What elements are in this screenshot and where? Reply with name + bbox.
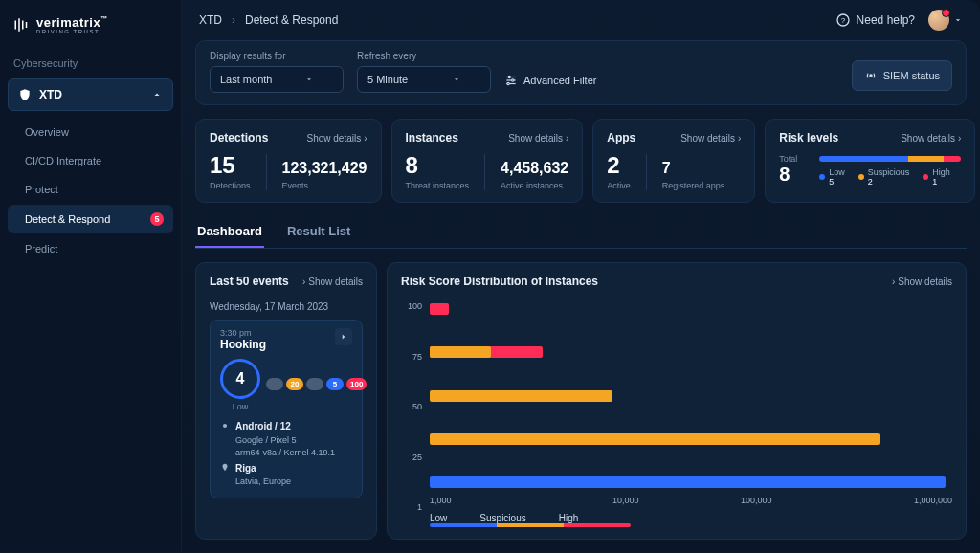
broadcast-icon [864, 69, 878, 82]
nav-sub-detect-respond[interactable]: Detect & Respond 5 [8, 205, 173, 233]
event-city: Riga [235, 462, 291, 476]
risk-total: 8 [779, 165, 808, 184]
apps-title: Apps [607, 131, 635, 144]
chart-legend-low: Low [430, 513, 447, 523]
breadcrumb-root[interactable]: XTD [199, 13, 222, 27]
svg-point-13 [223, 424, 227, 428]
main: XTD › Detect & Respond ? Need help? Disp… [182, 0, 980, 553]
nav-sub-cicd[interactable]: CI/CD Intergrate [8, 147, 173, 174]
event-name: Hooking [220, 338, 266, 351]
refresh-every-select[interactable]: 5 Minute [357, 66, 491, 93]
brand-tagline: DRIVING TRUST [36, 29, 108, 34]
nav-item-xtd-label: XTD [39, 88, 62, 101]
chevron-down-icon [452, 75, 461, 84]
detections-card: Detections Show details › 15 Detections … [195, 119, 382, 203]
location-icon [220, 463, 230, 473]
svg-point-9 [508, 76, 510, 77]
nav-sub-label: Protect [25, 184, 58, 195]
logo-mark-icon [13, 16, 31, 33]
events-title: Last 50 events [210, 275, 289, 288]
nav-sub-label: Detect & Respond [25, 213, 110, 225]
refresh-every-label: Refresh every [357, 51, 491, 61]
detections-events: 123,321,429 [282, 160, 368, 177]
risk-levels-card: Risk levels Show details › Total 8 [765, 119, 975, 203]
event-platform: Android / 12 [235, 420, 335, 434]
nav-badge: 5 [150, 212, 164, 226]
advanced-filter-label: Advanced Filter [523, 75, 596, 86]
sliders-icon [504, 74, 518, 87]
tabs: Dashboard Result List [195, 216, 967, 249]
chart-bar-row [430, 301, 952, 317]
event-expand-button[interactable] [335, 328, 352, 345]
chevron-down-icon [953, 15, 963, 25]
shield-icon [18, 88, 32, 101]
display-results-label: Display results for [210, 51, 344, 61]
chart-area: 1 25 50 75 100 1,000 10,000 100,000 [401, 301, 952, 527]
chevron-right-icon [339, 332, 348, 342]
nav-sub-predict[interactable]: Predict [8, 235, 173, 262]
metrics-row: Detections Show details › 15 Detections … [195, 119, 967, 203]
nav-sub-protect[interactable]: Protect [8, 176, 173, 203]
risk-legend-sus: Suspicious2 [858, 167, 910, 187]
chart-bar-row [430, 388, 952, 404]
svg-point-10 [512, 79, 514, 81]
risk-total-label: Total [779, 154, 808, 164]
filter-bar: Display results for Last month Refresh e… [195, 40, 967, 105]
brand-tm: ™ [100, 15, 108, 22]
detections-events-label: Events [282, 181, 368, 190]
event-country: Latvia, Europe [235, 476, 291, 488]
apps-registered: 7 [662, 160, 725, 177]
nav-sub-label: Predict [25, 243, 57, 254]
instances-show-details[interactable]: Show details › [508, 133, 568, 144]
help-link[interactable]: ? Need help? [835, 12, 915, 28]
instances-title: Instances [406, 131, 458, 144]
events-card: Last 50 events › Show details Wednesday,… [195, 262, 377, 540]
tab-result-list[interactable]: Result List [285, 216, 352, 248]
chart-show-details[interactable]: › Show details [892, 276, 952, 287]
chart-bar-row [430, 344, 952, 360]
detections-count-label: Detections [210, 181, 251, 190]
chart-legend-high: High [559, 513, 579, 523]
event-score-ring: 4 [220, 359, 260, 399]
chart-x-axis: 1,000 10,000 100,000 1,000,000 [430, 492, 952, 505]
display-results-select[interactable]: Last month [210, 66, 344, 93]
chart-legend-sus: Suspicious [479, 513, 525, 523]
chevron-up-icon [151, 89, 163, 100]
detections-title: Detections [210, 131, 268, 144]
chart-bar-row [430, 431, 952, 447]
breadcrumb: XTD › Detect & Respond [199, 13, 338, 27]
chart-bars [430, 301, 952, 492]
display-results-value: Last month [220, 74, 272, 85]
instances-active-label: Active instances [501, 181, 568, 190]
advanced-filter-button[interactable]: Advanced Filter [504, 74, 596, 87]
nav-item-xtd[interactable]: XTD [8, 78, 173, 111]
risk-distribution-card: Risk Score Distribution of Instances › S… [387, 262, 967, 540]
nav-sub-label: Overview [25, 126, 69, 138]
tab-dashboard[interactable]: Dashboard [195, 216, 264, 248]
chart-y-axis: 1 25 50 75 100 [401, 301, 430, 527]
breadcrumb-current: Detect & Respond [245, 13, 338, 27]
chart-title: Risk Score Distribution of Instances [401, 275, 598, 288]
help-label: Need help? [857, 13, 915, 27]
avatar [928, 10, 949, 31]
risk-show-details[interactable]: Show details › [901, 133, 961, 144]
nav-sub-overview[interactable]: Overview [8, 119, 173, 145]
siem-status-button[interactable]: SIEM status [852, 60, 952, 91]
events-show-details[interactable]: › Show details [302, 276, 363, 287]
instances-card: Instances Show details › 8 Threat instan… [391, 119, 584, 203]
apps-card: Apps Show details › 2 Active 7 Registere… [592, 119, 755, 203]
apps-show-details[interactable]: Show details › [680, 133, 741, 144]
instances-threat-label: Threat instances [406, 181, 470, 190]
apps-registered-label: Registered apps [662, 181, 725, 190]
event-device-1: Google / Pixel 5 [235, 434, 335, 447]
events-date: Wednesday, 17 March 2023 [210, 301, 363, 312]
user-menu[interactable] [928, 10, 963, 31]
apps-active: 2 [607, 154, 631, 177]
sidebar: verimatrix™ DRIVING TRUST Cybersecurity … [0, 0, 182, 553]
nav-sub-label: CI/CD Intergrate [25, 155, 101, 166]
event-item[interactable]: 3:30 pm Hooking 4 Low [210, 320, 363, 498]
svg-point-12 [870, 75, 872, 77]
apps-active-label: Active [607, 181, 631, 190]
detections-show-details[interactable]: Show details › [306, 133, 367, 144]
risk-bar [819, 156, 961, 162]
